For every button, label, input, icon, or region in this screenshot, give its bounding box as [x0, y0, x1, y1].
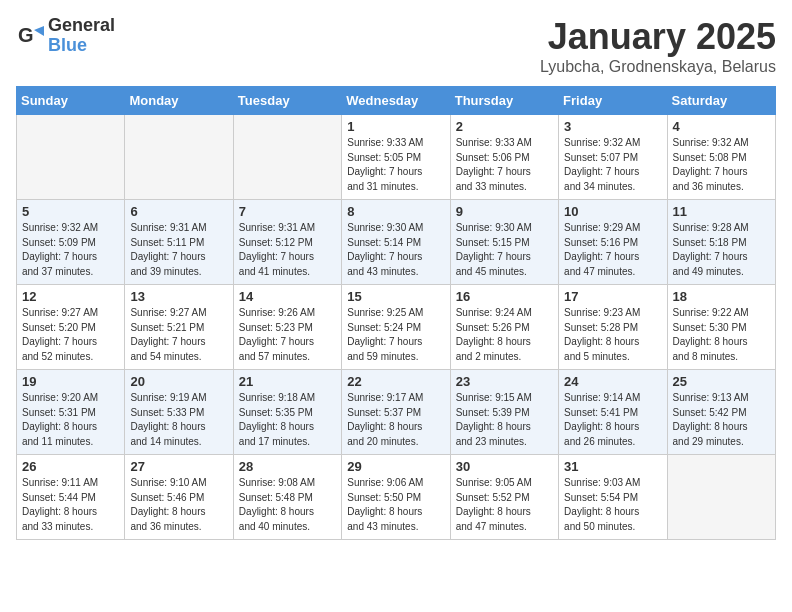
day-number: 28 [239, 459, 336, 474]
calendar-cell: 8Sunrise: 9:30 AM Sunset: 5:14 PM Daylig… [342, 200, 450, 285]
weekday-header-friday: Friday [559, 87, 667, 115]
calendar-cell: 30Sunrise: 9:05 AM Sunset: 5:52 PM Dayli… [450, 455, 558, 540]
calendar-cell [125, 115, 233, 200]
day-number: 3 [564, 119, 661, 134]
calendar-cell: 25Sunrise: 9:13 AM Sunset: 5:42 PM Dayli… [667, 370, 775, 455]
calendar-cell: 16Sunrise: 9:24 AM Sunset: 5:26 PM Dayli… [450, 285, 558, 370]
week-row-1: 1Sunrise: 9:33 AM Sunset: 5:05 PM Daylig… [17, 115, 776, 200]
weekday-header-row: SundayMondayTuesdayWednesdayThursdayFrid… [17, 87, 776, 115]
svg-text:G: G [18, 24, 34, 46]
day-info: Sunrise: 9:18 AM Sunset: 5:35 PM Dayligh… [239, 391, 336, 449]
calendar-cell: 10Sunrise: 9:29 AM Sunset: 5:16 PM Dayli… [559, 200, 667, 285]
calendar-cell: 3Sunrise: 9:32 AM Sunset: 5:07 PM Daylig… [559, 115, 667, 200]
day-number: 5 [22, 204, 119, 219]
day-number: 9 [456, 204, 553, 219]
day-info: Sunrise: 9:29 AM Sunset: 5:16 PM Dayligh… [564, 221, 661, 279]
day-number: 20 [130, 374, 227, 389]
calendar-cell: 19Sunrise: 9:20 AM Sunset: 5:31 PM Dayli… [17, 370, 125, 455]
calendar-cell: 11Sunrise: 9:28 AM Sunset: 5:18 PM Dayli… [667, 200, 775, 285]
day-info: Sunrise: 9:31 AM Sunset: 5:11 PM Dayligh… [130, 221, 227, 279]
calendar-cell: 13Sunrise: 9:27 AM Sunset: 5:21 PM Dayli… [125, 285, 233, 370]
week-row-5: 26Sunrise: 9:11 AM Sunset: 5:44 PM Dayli… [17, 455, 776, 540]
calendar-cell: 21Sunrise: 9:18 AM Sunset: 5:35 PM Dayli… [233, 370, 341, 455]
calendar-cell: 4Sunrise: 9:32 AM Sunset: 5:08 PM Daylig… [667, 115, 775, 200]
calendar-cell: 22Sunrise: 9:17 AM Sunset: 5:37 PM Dayli… [342, 370, 450, 455]
logo: G General Blue [16, 16, 115, 56]
day-number: 27 [130, 459, 227, 474]
day-number: 22 [347, 374, 444, 389]
day-info: Sunrise: 9:11 AM Sunset: 5:44 PM Dayligh… [22, 476, 119, 534]
logo-general: General [48, 16, 115, 36]
calendar-cell: 1Sunrise: 9:33 AM Sunset: 5:05 PM Daylig… [342, 115, 450, 200]
month-title: January 2025 [540, 16, 776, 58]
calendar-cell: 31Sunrise: 9:03 AM Sunset: 5:54 PM Dayli… [559, 455, 667, 540]
calendar-cell: 6Sunrise: 9:31 AM Sunset: 5:11 PM Daylig… [125, 200, 233, 285]
day-info: Sunrise: 9:22 AM Sunset: 5:30 PM Dayligh… [673, 306, 770, 364]
day-number: 2 [456, 119, 553, 134]
day-number: 14 [239, 289, 336, 304]
day-number: 18 [673, 289, 770, 304]
day-info: Sunrise: 9:13 AM Sunset: 5:42 PM Dayligh… [673, 391, 770, 449]
day-info: Sunrise: 9:28 AM Sunset: 5:18 PM Dayligh… [673, 221, 770, 279]
week-row-4: 19Sunrise: 9:20 AM Sunset: 5:31 PM Dayli… [17, 370, 776, 455]
weekday-header-wednesday: Wednesday [342, 87, 450, 115]
day-number: 6 [130, 204, 227, 219]
day-number: 13 [130, 289, 227, 304]
day-number: 17 [564, 289, 661, 304]
day-number: 16 [456, 289, 553, 304]
day-info: Sunrise: 9:32 AM Sunset: 5:08 PM Dayligh… [673, 136, 770, 194]
day-info: Sunrise: 9:23 AM Sunset: 5:28 PM Dayligh… [564, 306, 661, 364]
day-number: 8 [347, 204, 444, 219]
day-number: 21 [239, 374, 336, 389]
logo-blue: Blue [48, 36, 115, 56]
calendar-cell: 27Sunrise: 9:10 AM Sunset: 5:46 PM Dayli… [125, 455, 233, 540]
title-block: January 2025 Lyubcha, Grodnenskaya, Bela… [540, 16, 776, 76]
day-number: 15 [347, 289, 444, 304]
svg-marker-1 [34, 26, 44, 36]
day-number: 7 [239, 204, 336, 219]
weekday-header-monday: Monday [125, 87, 233, 115]
calendar-cell: 29Sunrise: 9:06 AM Sunset: 5:50 PM Dayli… [342, 455, 450, 540]
calendar-cell: 2Sunrise: 9:33 AM Sunset: 5:06 PM Daylig… [450, 115, 558, 200]
day-number: 29 [347, 459, 444, 474]
day-number: 11 [673, 204, 770, 219]
day-info: Sunrise: 9:08 AM Sunset: 5:48 PM Dayligh… [239, 476, 336, 534]
day-info: Sunrise: 9:27 AM Sunset: 5:21 PM Dayligh… [130, 306, 227, 364]
day-number: 31 [564, 459, 661, 474]
calendar: SundayMondayTuesdayWednesdayThursdayFrid… [16, 86, 776, 540]
day-number: 12 [22, 289, 119, 304]
day-info: Sunrise: 9:33 AM Sunset: 5:05 PM Dayligh… [347, 136, 444, 194]
day-info: Sunrise: 9:25 AM Sunset: 5:24 PM Dayligh… [347, 306, 444, 364]
calendar-cell: 5Sunrise: 9:32 AM Sunset: 5:09 PM Daylig… [17, 200, 125, 285]
calendar-cell: 20Sunrise: 9:19 AM Sunset: 5:33 PM Dayli… [125, 370, 233, 455]
calendar-cell: 15Sunrise: 9:25 AM Sunset: 5:24 PM Dayli… [342, 285, 450, 370]
calendar-cell: 17Sunrise: 9:23 AM Sunset: 5:28 PM Dayli… [559, 285, 667, 370]
day-info: Sunrise: 9:17 AM Sunset: 5:37 PM Dayligh… [347, 391, 444, 449]
day-info: Sunrise: 9:14 AM Sunset: 5:41 PM Dayligh… [564, 391, 661, 449]
day-info: Sunrise: 9:30 AM Sunset: 5:14 PM Dayligh… [347, 221, 444, 279]
day-info: Sunrise: 9:33 AM Sunset: 5:06 PM Dayligh… [456, 136, 553, 194]
day-number: 26 [22, 459, 119, 474]
day-info: Sunrise: 9:24 AM Sunset: 5:26 PM Dayligh… [456, 306, 553, 364]
weekday-header-saturday: Saturday [667, 87, 775, 115]
day-info: Sunrise: 9:30 AM Sunset: 5:15 PM Dayligh… [456, 221, 553, 279]
day-number: 24 [564, 374, 661, 389]
calendar-cell: 9Sunrise: 9:30 AM Sunset: 5:15 PM Daylig… [450, 200, 558, 285]
calendar-cell: 28Sunrise: 9:08 AM Sunset: 5:48 PM Dayli… [233, 455, 341, 540]
weekday-header-thursday: Thursday [450, 87, 558, 115]
day-info: Sunrise: 9:10 AM Sunset: 5:46 PM Dayligh… [130, 476, 227, 534]
day-number: 23 [456, 374, 553, 389]
day-number: 1 [347, 119, 444, 134]
logo-text: General Blue [48, 16, 115, 56]
week-row-2: 5Sunrise: 9:32 AM Sunset: 5:09 PM Daylig… [17, 200, 776, 285]
day-info: Sunrise: 9:26 AM Sunset: 5:23 PM Dayligh… [239, 306, 336, 364]
weekday-header-sunday: Sunday [17, 87, 125, 115]
location-title: Lyubcha, Grodnenskaya, Belarus [540, 58, 776, 76]
calendar-cell: 12Sunrise: 9:27 AM Sunset: 5:20 PM Dayli… [17, 285, 125, 370]
day-number: 10 [564, 204, 661, 219]
day-info: Sunrise: 9:31 AM Sunset: 5:12 PM Dayligh… [239, 221, 336, 279]
day-info: Sunrise: 9:32 AM Sunset: 5:07 PM Dayligh… [564, 136, 661, 194]
calendar-cell: 23Sunrise: 9:15 AM Sunset: 5:39 PM Dayli… [450, 370, 558, 455]
day-number: 25 [673, 374, 770, 389]
page-header: G General Blue January 2025 Lyubcha, Gro… [16, 16, 776, 76]
